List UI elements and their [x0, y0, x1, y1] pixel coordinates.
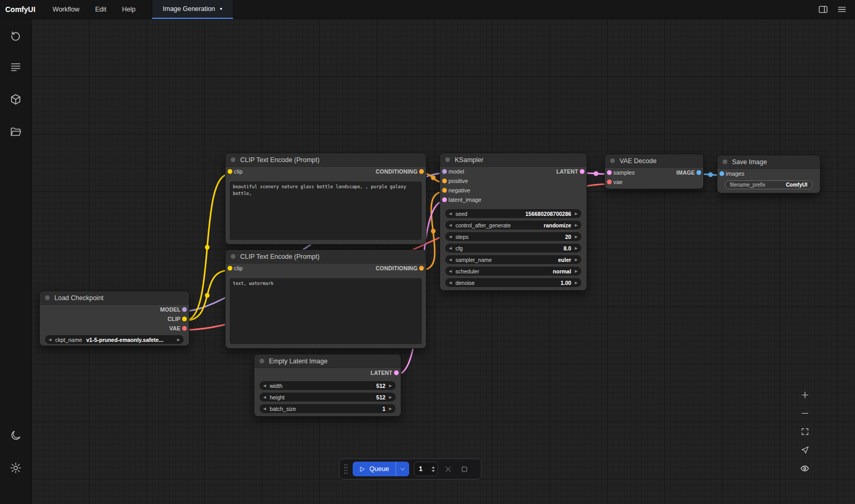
decrement-arrow-icon[interactable]: ◀: [449, 212, 452, 215]
node-library-icon[interactable]: [5, 56, 26, 77]
output-port-vae[interactable]: [182, 326, 187, 331]
widget-scheduler[interactable]: ◀ scheduler normal ▶: [445, 267, 581, 276]
workflows-folder-icon[interactable]: [5, 121, 26, 142]
increment-arrow-icon[interactable]: ▶: [177, 338, 180, 341]
queue-history-icon[interactable]: [5, 25, 26, 46]
decrement-arrow-icon[interactable]: ◀: [49, 338, 51, 341]
widget-width[interactable]: ◀ width 512 ▶: [260, 381, 396, 390]
decrement-arrow-icon[interactable]: ◀: [263, 407, 266, 410]
fit-view-icon[interactable]: [796, 423, 813, 440]
increment-arrow-icon[interactable]: ▶: [575, 281, 578, 284]
decrement-arrow-icon[interactable]: ◀: [263, 384, 266, 387]
decrement-arrow-icon[interactable]: ◀: [449, 246, 452, 250]
collapse-dot-icon[interactable]: [260, 359, 264, 363]
settings-gear-icon[interactable]: [5, 457, 26, 478]
node-clip-text-encode-negative[interactable]: CLIP Text Encode (Prompt) clip CONDITION…: [225, 249, 426, 349]
increment-arrow-icon[interactable]: ▶: [575, 235, 578, 238]
input-port-clip[interactable]: [228, 266, 232, 271]
output-port-clip[interactable]: [182, 317, 187, 322]
collapse-dot-icon[interactable]: [45, 295, 50, 300]
input-port-clip[interactable]: [228, 169, 232, 174]
node-vae-decode[interactable]: VAE Decode samples IMAGE vae: [604, 154, 704, 189]
node-empty-latent-image[interactable]: Empty Latent Image LATENT ◀ width 512 ▶ …: [254, 354, 401, 417]
increment-arrow-icon[interactable]: ▶: [389, 407, 392, 410]
increment-arrow-icon[interactable]: ▶: [389, 395, 392, 399]
cancel-x-icon[interactable]: [443, 463, 454, 475]
input-port-images[interactable]: [719, 171, 724, 176]
menu-workflow[interactable]: Workflow: [45, 0, 87, 19]
output-port-conditioning[interactable]: [419, 169, 424, 174]
drag-handle-icon[interactable]: [344, 463, 348, 475]
node-graph-canvas[interactable]: Load Checkpoint MODEL CLIP VAE ◀ ckpt_na…: [31, 19, 855, 504]
hamburger-menu-icon[interactable]: [836, 4, 848, 15]
widget-steps[interactable]: ◀ steps 20 ▶: [445, 232, 581, 241]
increment-arrow-icon[interactable]: ▶: [575, 246, 578, 250]
stop-square-icon[interactable]: [459, 463, 470, 475]
widget-cfg[interactable]: ◀ cfg 8.0 ▶: [445, 244, 581, 253]
queue-options-caret-icon[interactable]: [396, 462, 409, 476]
decrement-arrow-icon[interactable]: ◀: [449, 258, 452, 261]
widget-denoise[interactable]: ◀ denoise 1.00 ▶: [445, 278, 581, 287]
decrement-arrow-icon[interactable]: ◀: [449, 235, 452, 238]
collapse-dot-icon[interactable]: [231, 157, 235, 162]
collapse-dot-icon[interactable]: [610, 158, 615, 163]
prompt-textarea[interactable]: beautiful scenery nature glass bottle la…: [230, 181, 422, 240]
menu-help[interactable]: Help: [114, 0, 143, 19]
widget-batch-size[interactable]: ◀ batch_size 1 ▶: [260, 404, 396, 413]
tab-image-generation[interactable]: Image Generation ●: [152, 0, 233, 19]
widget-control-after-generate[interactable]: ◀ control_after_generate randomize ▶: [445, 221, 581, 230]
output-port-latent[interactable]: [394, 371, 399, 375]
widget-ckpt-name[interactable]: ◀ ckpt_name v1-5-pruned-emaonly.safete..…: [45, 335, 184, 344]
model-library-icon[interactable]: [5, 89, 26, 110]
app-logo[interactable]: ComfyUI: [0, 5, 45, 14]
input-port-positive[interactable]: [442, 179, 447, 184]
output-port-latent[interactable]: [580, 169, 584, 174]
node-ksampler[interactable]: KSampler model LATENT positive negative …: [440, 153, 587, 291]
increment-icon[interactable]: [432, 466, 435, 468]
collapse-dot-icon[interactable]: [445, 157, 450, 162]
node-header[interactable]: Empty Latent Image: [254, 354, 401, 368]
output-port-model[interactable]: [182, 307, 187, 312]
node-header[interactable]: CLIP Text Encode (Prompt): [226, 153, 426, 167]
input-port-negative[interactable]: [442, 188, 447, 193]
widget-seed[interactable]: ◀ seed 156680208700286 ▶: [445, 209, 581, 218]
node-header[interactable]: Save Image: [717, 155, 820, 169]
zoom-in-icon[interactable]: [796, 387, 813, 403]
node-header[interactable]: Load Checkpoint: [40, 291, 189, 305]
node-save-image[interactable]: Save Image images filename_prefix ComfyU…: [717, 155, 820, 193]
increment-arrow-icon[interactable]: ▶: [575, 212, 578, 215]
increment-arrow-icon[interactable]: ▶: [575, 269, 578, 273]
increment-arrow-icon[interactable]: ▶: [389, 384, 392, 387]
widget-sampler-name[interactable]: ◀ sampler_name euler ▶: [445, 255, 581, 264]
input-port-vae[interactable]: [607, 180, 612, 185]
output-port-image[interactable]: [696, 170, 701, 175]
menu-edit[interactable]: Edit: [87, 0, 115, 19]
node-load-checkpoint[interactable]: Load Checkpoint MODEL CLIP VAE ◀ ckpt_na…: [39, 291, 189, 346]
input-port-model[interactable]: [442, 169, 447, 174]
widget-height[interactable]: ◀ height 512 ▶: [260, 393, 396, 402]
increment-arrow-icon[interactable]: ▶: [575, 223, 578, 227]
toggle-visibility-eye-icon[interactable]: [796, 460, 813, 476]
decrement-arrow-icon[interactable]: ◀: [449, 223, 452, 227]
select-cursor-icon[interactable]: [796, 442, 813, 458]
toggle-panel-icon[interactable]: [817, 4, 829, 15]
collapse-dot-icon[interactable]: [723, 159, 727, 164]
decrement-arrow-icon[interactable]: ◀: [449, 281, 452, 284]
node-header[interactable]: KSampler: [440, 153, 587, 167]
input-port-samples[interactable]: [607, 170, 612, 175]
decrement-icon[interactable]: [432, 470, 435, 472]
collapse-dot-icon[interactable]: [231, 254, 235, 259]
increment-arrow-icon[interactable]: ▶: [575, 258, 578, 261]
widget-filename-prefix[interactable]: filename_prefix ComfyUI: [725, 180, 813, 189]
node-clip-text-encode-positive[interactable]: CLIP Text Encode (Prompt) clip CONDITION…: [225, 153, 426, 245]
prompt-textarea[interactable]: text, watermark: [230, 278, 422, 344]
node-header[interactable]: CLIP Text Encode (Prompt): [226, 250, 426, 264]
output-port-conditioning[interactable]: [419, 266, 424, 271]
decrement-arrow-icon[interactable]: ◀: [449, 269, 452, 273]
queue-button[interactable]: Queue: [353, 462, 409, 476]
theme-moon-icon[interactable]: [5, 425, 26, 446]
node-header[interactable]: VAE Decode: [605, 154, 703, 168]
input-port-latent-image[interactable]: [442, 198, 447, 202]
zoom-out-icon[interactable]: [796, 405, 813, 421]
decrement-arrow-icon[interactable]: ◀: [263, 395, 266, 399]
